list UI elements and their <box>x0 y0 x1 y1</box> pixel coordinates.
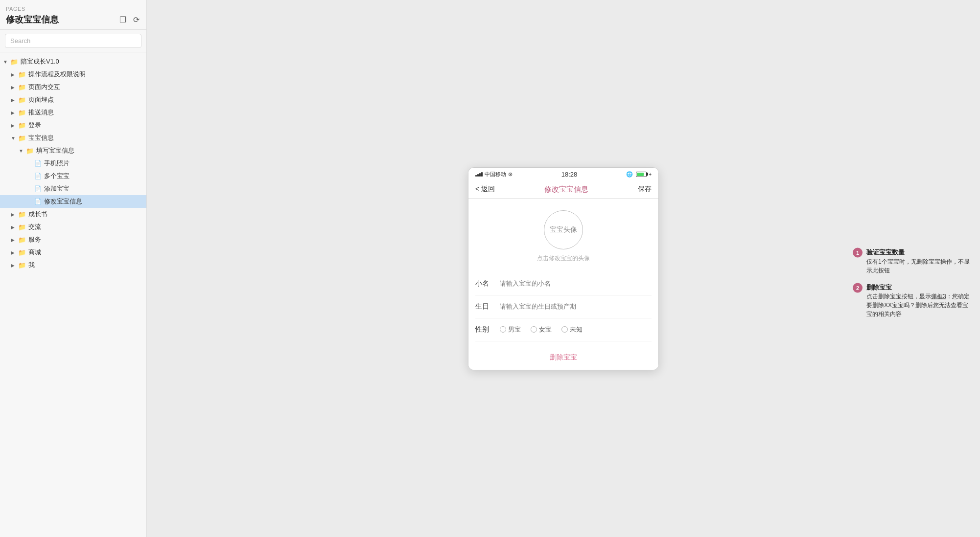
main-area: 中国移动 ⊛ 18:28 🌐 + < 返回 修改宝宝信息 保存 宝宝头像 <box>147 0 980 537</box>
callout-title-1: 删除宝宝 <box>866 282 970 292</box>
gender-label-2: 未知 <box>570 325 583 334</box>
export-button[interactable]: ❐ <box>118 14 127 25</box>
status-right: 🌐 + <box>626 171 652 178</box>
tree-arrow-icon: ▶ <box>11 224 18 230</box>
folder-icon: 📁 <box>18 262 26 268</box>
tree-item-multibaby[interactable]: 📄多个宝宝 <box>0 170 146 182</box>
nav-title: 修改宝宝信息 <box>544 185 588 194</box>
gender-label: 性别 <box>475 325 495 334</box>
tree-label: 填写宝宝信息 <box>36 146 74 155</box>
tree-arrow-icon: ▶ <box>11 237 18 243</box>
tree-label: 修改宝宝信息 <box>44 197 82 206</box>
birthday-row: 生日 <box>475 295 652 318</box>
tree-item-growbook[interactable]: ▶📁成长书 <box>0 208 146 221</box>
nickname-row: 小名 <box>475 272 652 295</box>
delete-baby-button[interactable]: 删除宝宝 <box>550 353 577 362</box>
radio-circle <box>531 326 537 333</box>
folder-icon: 📁 <box>18 71 26 78</box>
birthday-input[interactable] <box>495 303 652 310</box>
tree-item-interact[interactable]: ▶📁页面内交互 <box>0 81 146 93</box>
tree-label: 陪宝成长V1.0 <box>21 57 59 66</box>
phone-mockup: 中国移动 ⊛ 18:28 🌐 + < 返回 修改宝宝信息 保存 宝宝头像 <box>468 167 659 370</box>
callout-1: 2删除宝宝点击删除宝宝按钮，显示弹框3：您确定要删除XX宝宝吗？删除后您无法查看… <box>853 282 970 318</box>
tree-arrow-icon: ▶ <box>11 72 18 77</box>
tree-item-login[interactable]: ▶📁登录 <box>0 119 146 132</box>
gender-label-1: 女宝 <box>539 325 552 334</box>
folder-icon: 📁 <box>18 211 26 218</box>
avatar-section: 宝宝头像 点击修改宝宝的头像 <box>468 199 658 270</box>
file-icon: 📄 <box>33 185 42 192</box>
nickname-input[interactable] <box>495 280 652 287</box>
tree-item-editbaby[interactable]: 📄修改宝宝信息 <box>0 195 146 208</box>
callout-0: 1验证宝宝数量仅有1个宝宝时，无删除宝宝操作，不显示此按钮 <box>853 247 970 275</box>
folder-icon: 📁 <box>18 96 26 103</box>
tree-label: 页面埋点 <box>28 95 54 104</box>
tree-item-push[interactable]: ▶📁推送消息 <box>0 106 146 119</box>
annotation-area: 1验证宝宝数量仅有1个宝宝时，无删除宝宝操作，不显示此按钮2删除宝宝点击删除宝宝… <box>853 247 970 318</box>
signal-bars-icon <box>475 172 483 177</box>
tree-label: 交流 <box>28 223 41 231</box>
tree-label: 添加宝宝 <box>44 184 70 193</box>
tree-label: 登录 <box>28 121 41 130</box>
tree-item-root[interactable]: ▼📁陪宝成长V1.0 <box>0 55 146 68</box>
tree-item-ops[interactable]: ▶📁操作流程及权限说明 <box>0 68 146 81</box>
time-label: 18:28 <box>561 171 578 178</box>
tree-item-shop[interactable]: ▶📁商城 <box>0 246 146 259</box>
tree-item-fillinfo[interactable]: ▼📁填写宝宝信息 <box>0 144 146 157</box>
wifi-icon: ⊛ <box>508 171 513 178</box>
battery-tip <box>647 173 648 176</box>
status-bar: 中国移动 ⊛ 18:28 🌐 + <box>468 168 658 181</box>
gender-option-2[interactable]: 未知 <box>561 325 583 334</box>
file-icon: 📄 <box>33 173 42 179</box>
tree-item-track[interactable]: ▶📁页面埋点 <box>0 93 146 106</box>
search-container <box>0 30 146 52</box>
gender-label-0: 男宝 <box>508 325 521 334</box>
tree-label: 宝宝信息 <box>28 134 54 142</box>
signal-bar-2 <box>477 174 479 177</box>
tree-label: 操作流程及权限说明 <box>28 70 86 79</box>
gender-row: 性别 男宝女宝未知 <box>475 318 652 341</box>
tree-arrow-icon: ▶ <box>11 85 18 90</box>
folder-icon: 📁 <box>18 134 26 141</box>
callout-number-0: 1 <box>853 248 863 258</box>
tree-arrow-icon: ▼ <box>11 135 18 141</box>
gender-option-0[interactable]: 男宝 <box>500 325 521 334</box>
folder-icon: 📁 <box>18 249 26 256</box>
tree-item-comm[interactable]: ▶📁交流 <box>0 221 146 233</box>
tree-label: 成长书 <box>28 210 47 219</box>
refresh-button[interactable]: ⟳ <box>132 14 140 25</box>
delete-row: 删除宝宝 <box>468 343 658 370</box>
tree-item-me[interactable]: ▶📁我 <box>0 259 146 271</box>
sidebar-toolbar: ❐ ⟳ <box>118 14 140 25</box>
search-input[interactable] <box>5 34 141 48</box>
radio-circle <box>500 326 506 333</box>
back-button[interactable]: < 返回 <box>475 185 495 194</box>
tree-item-babyinfo[interactable]: ▼📁宝宝信息 <box>0 132 146 144</box>
avatar-hint: 点击修改宝宝的头像 <box>537 254 590 263</box>
birthday-label: 生日 <box>475 302 495 311</box>
folder-icon: 📁 <box>18 109 26 116</box>
signal-bar-4 <box>481 172 483 177</box>
tree-arrow-icon: ▼ <box>19 148 25 154</box>
tree-arrow-icon: ▶ <box>11 97 18 103</box>
pages-label: PAGES <box>6 6 140 12</box>
tree-label: 多个宝宝 <box>44 172 70 180</box>
nav-bar: < 返回 修改宝宝信息 保存 <box>468 181 658 199</box>
tree-arrow-icon: ▶ <box>11 110 18 115</box>
charging-icon: + <box>649 172 652 177</box>
tree-item-addbaby[interactable]: 📄添加宝宝 <box>0 182 146 195</box>
status-left: 中国移动 ⊛ <box>475 171 513 178</box>
gender-option-1[interactable]: 女宝 <box>531 325 552 334</box>
file-icon: 📄 <box>33 160 42 167</box>
tree-item-photo[interactable]: 📄手机照片 <box>0 157 146 170</box>
tree-label: 服务 <box>28 235 41 244</box>
folder-icon: 📁 <box>25 147 34 154</box>
tree-item-service[interactable]: ▶📁服务 <box>0 233 146 246</box>
tree-label: 我 <box>28 261 35 269</box>
save-button[interactable]: 保存 <box>638 185 652 194</box>
avatar-circle[interactable]: 宝宝头像 <box>544 210 583 249</box>
folder-icon: 📁 <box>18 224 26 230</box>
tree-arrow-icon: ▼ <box>3 59 10 65</box>
gender-options: 男宝女宝未知 <box>495 325 583 334</box>
battery-icon <box>636 172 647 177</box>
